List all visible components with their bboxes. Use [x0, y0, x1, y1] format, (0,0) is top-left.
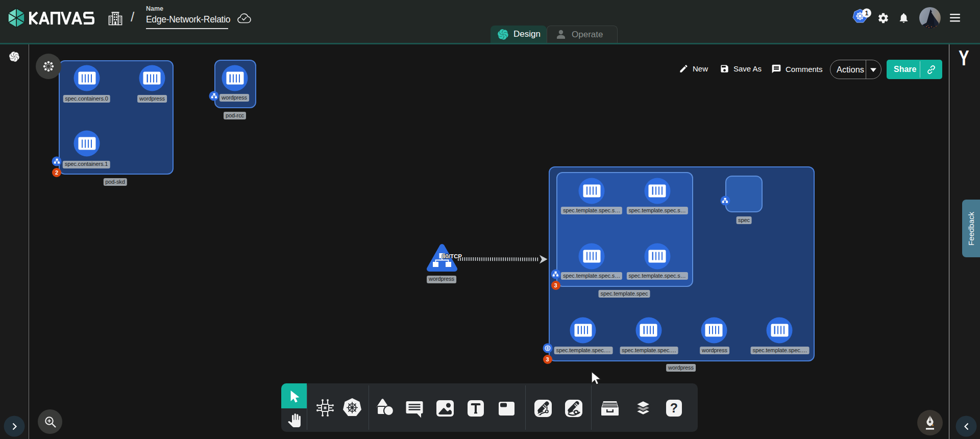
svg-text:1: 1 — [865, 10, 869, 17]
svg-text:?: ? — [670, 401, 678, 415]
